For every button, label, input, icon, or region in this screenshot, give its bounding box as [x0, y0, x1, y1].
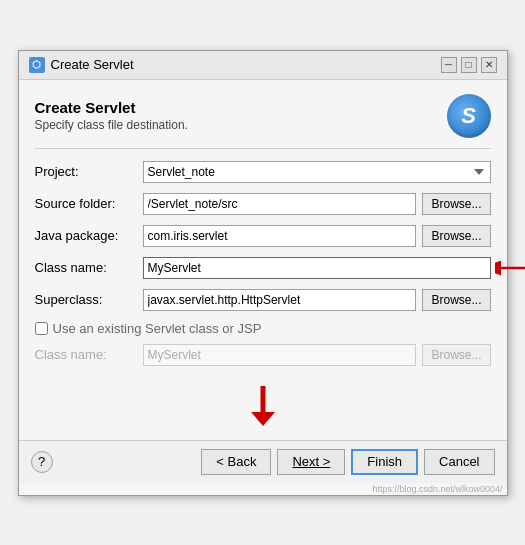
next-button-arrow-icon	[250, 386, 276, 426]
class-name-input-row	[143, 257, 491, 279]
close-button[interactable]: ✕	[481, 57, 497, 73]
next-button[interactable]: Next >	[277, 449, 345, 475]
minimize-button[interactable]: ─	[441, 57, 457, 73]
help-button[interactable]: ?	[31, 451, 53, 473]
class-name-disabled-input-row: Browse...	[143, 344, 491, 366]
header-divider	[35, 148, 491, 149]
dialog-icon: ⬡	[29, 57, 45, 73]
spacer-area	[35, 376, 491, 426]
source-folder-input-row: Browse...	[143, 193, 491, 215]
finish-button[interactable]: Finish	[351, 449, 418, 475]
title-controls: ─ □ ✕	[441, 57, 497, 73]
source-folder-browse-button[interactable]: Browse...	[422, 193, 490, 215]
project-row: Project: Servlet_note	[35, 161, 491, 183]
watermark: https://blog.csdn.net/wlkow0004/	[19, 483, 507, 495]
class-name-arrow-icon	[495, 257, 526, 279]
cancel-button[interactable]: Cancel	[424, 449, 494, 475]
source-folder-label: Source folder:	[35, 196, 135, 211]
title-bar: ⬡ Create Servlet ─ □ ✕	[19, 51, 507, 80]
dialog-content: Create Servlet Specify class file destin…	[19, 80, 507, 440]
superclass-browse-button[interactable]: Browse...	[422, 289, 490, 311]
title-bar-left: ⬡ Create Servlet	[29, 57, 134, 73]
project-select[interactable]: Servlet_note	[143, 161, 491, 183]
servlet-logo-icon: S	[447, 94, 491, 138]
class-name-disabled-row: Class name: Browse...	[35, 344, 491, 366]
dialog-subtitle: Specify class file destination.	[35, 118, 188, 132]
existing-servlet-label[interactable]: Use an existing Servlet class or JSP	[53, 321, 262, 336]
superclass-input-row: Browse...	[143, 289, 491, 311]
class-name-disabled-browse-button: Browse...	[422, 344, 490, 366]
maximize-button[interactable]: □	[461, 57, 477, 73]
java-package-browse-button[interactable]: Browse...	[422, 225, 490, 247]
dialog-title: Create Servlet	[35, 99, 188, 116]
class-name-disabled-input	[143, 344, 417, 366]
checkbox-row: Use an existing Servlet class or JSP	[35, 321, 491, 336]
superclass-row: Superclass: Browse...	[35, 289, 491, 311]
java-package-input[interactable]	[143, 225, 417, 247]
footer: ? < Back Next > Finish Cancel	[19, 440, 507, 483]
source-folder-input[interactable]	[143, 193, 417, 215]
class-name-row: Class name:	[35, 257, 491, 279]
project-label: Project:	[35, 164, 135, 179]
svg-marker-3	[251, 412, 275, 426]
footer-right: < Back Next > Finish Cancel	[201, 449, 494, 475]
superclass-label: Superclass:	[35, 292, 135, 307]
class-name-label: Class name:	[35, 260, 135, 275]
class-name-disabled-label: Class name:	[35, 347, 135, 362]
source-folder-row: Source folder: Browse...	[35, 193, 491, 215]
title-text: Create Servlet	[51, 57, 134, 72]
java-package-row: Java package: Browse...	[35, 225, 491, 247]
java-package-input-row: Browse...	[143, 225, 491, 247]
class-name-input[interactable]	[143, 257, 491, 279]
superclass-input[interactable]	[143, 289, 417, 311]
footer-left: ?	[31, 451, 53, 473]
back-button[interactable]: < Back	[201, 449, 271, 475]
existing-servlet-checkbox[interactable]	[35, 322, 48, 335]
project-input-row: Servlet_note	[143, 161, 491, 183]
header-text: Create Servlet Specify class file destin…	[35, 99, 188, 132]
header-row: Create Servlet Specify class file destin…	[35, 94, 491, 138]
create-servlet-dialog: ⬡ Create Servlet ─ □ ✕ Create Servlet Sp…	[18, 50, 508, 496]
java-package-label: Java package:	[35, 228, 135, 243]
